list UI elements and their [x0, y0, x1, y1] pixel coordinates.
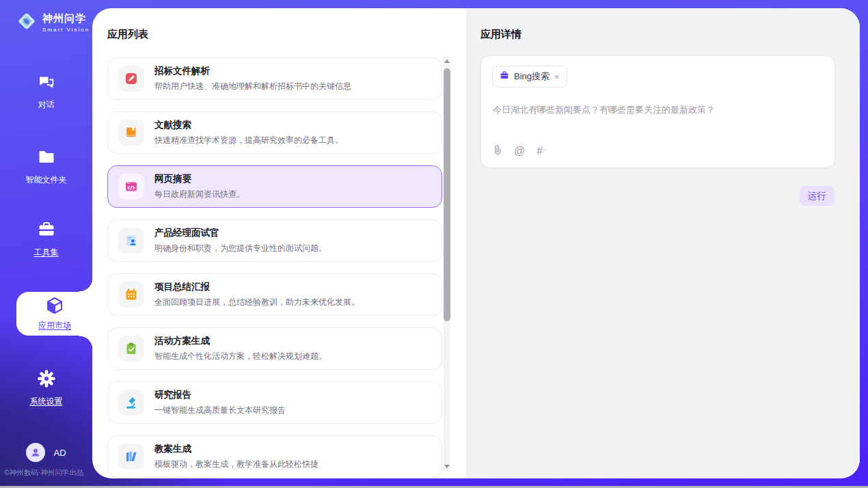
interviewer-icon — [118, 228, 144, 254]
tool-chip-bing-search[interactable]: Bing搜索 × — [492, 66, 567, 87]
cube-icon — [45, 306, 64, 317]
sidebar: 神州问学 Smart Vision 对话 智能文件夹 — [0, 0, 92, 488]
active-tab-fillet-top — [79, 278, 93, 292]
brand-tagline: Smart Vision — [42, 27, 90, 33]
app-card-lesson-plan[interactable]: 教案生成 模板驱动，教案生成，教学准备从此轻松快捷 — [107, 435, 442, 478]
books-icon — [118, 444, 144, 470]
app-name: 教案生成 — [154, 443, 318, 455]
app-description: 帮助用户快速、准确地理解和解析招标书中的关键信息 — [154, 81, 351, 92]
run-button[interactable]: 运行 — [800, 186, 835, 206]
sidebar-item-app-market[interactable]: 应用市场 — [16, 292, 93, 336]
folder-icon — [37, 157, 56, 169]
book-icon — [118, 120, 144, 146]
gear-icon — [37, 379, 56, 390]
copyright-footer: ©神州数码·神州问学出品 — [4, 468, 92, 478]
app-card-pm-interviewer[interactable]: 产品经理面试官 明确身份和职责，为您提供专业性的面试问题。 — [107, 219, 442, 262]
sidebar-item-toolset[interactable]: 工具集 — [0, 220, 92, 258]
sidebar-item-label: 系统设置 — [0, 396, 92, 407]
chat-icon — [37, 82, 56, 94]
app-detail-title: 应用详情 — [480, 28, 521, 41]
app-card-event-plan[interactable]: 活动方案生成 智能生成个性化活动方案，轻松解决规划难题。 — [107, 327, 442, 370]
briefcase-icon — [500, 70, 509, 83]
app-description: 模板驱动，教案生成，教学准备从此轻松快捷 — [154, 459, 318, 470]
app-card-research-report[interactable]: 研究报告 一键智能生成高质量长文本研究报告 — [107, 381, 442, 424]
app-name: 产品经理面试官 — [154, 227, 327, 239]
diamond-logo-icon — [16, 11, 37, 34]
sidebar-item-label: 工具集 — [0, 247, 92, 258]
sidebar-item-chat[interactable]: 对话 — [0, 72, 92, 111]
user-account[interactable]: AD — [0, 443, 92, 462]
prompt-text[interactable]: 今日湖北有哪些新闻要点？有哪些需要关注的最新政策？ — [493, 104, 821, 116]
sidebar-item-label: 对话 — [0, 99, 92, 111]
app-description: 一键智能生成高质量长文本研究报告 — [154, 405, 286, 416]
app-description: 全面回顾项目进展，总结经验教训，助力未来优化发展。 — [154, 297, 360, 308]
app-name: 文献搜索 — [154, 119, 343, 131]
calendar-icon — [118, 282, 144, 308]
paperclip-icon[interactable] — [493, 144, 502, 158]
scroll-down-icon[interactable] — [444, 465, 450, 468]
scrollbar-thumb[interactable] — [444, 68, 450, 321]
toolbox-icon — [37, 230, 56, 241]
sidebar-item-smart-folder[interactable]: 智能文件夹 — [0, 148, 92, 186]
app-description: 每日政府新闻资讯快查。 — [154, 189, 245, 200]
scroll-up-icon[interactable] — [444, 59, 450, 63]
main-content: 应用列表 招标文件解析 帮助用户快速、准确地理解和解析招标书中的关键信息 — [92, 8, 860, 478]
app-card-web-summary[interactable]: 网页摘要 每日政府新闻资讯快查。 — [107, 165, 442, 208]
app-name: 网页摘要 — [154, 173, 245, 185]
prompt-input-card[interactable]: Bing搜索 × 今日湖北有哪些新闻要点？有哪些需要关注的最新政策？ @ # — [480, 55, 835, 168]
app-description: 快速精准查找学术资源，提高研究效率的必备工具。 — [154, 135, 343, 146]
app-detail-panel: 应用详情 Bing搜索 × 今日湖北有哪些新闻要点？有哪些需要关注的最新政策？ — [466, 8, 860, 478]
brand-name: 神州问学 — [42, 12, 90, 25]
app-window: 神州问学 Smart Vision 对话 智能文件夹 — [0, 0, 868, 488]
app-list-title: 应用列表 — [107, 28, 148, 41]
app-card-list: 招标文件解析 帮助用户快速、准确地理解和解析招标书中的关键信息 文献搜索 — [107, 57, 444, 478]
tool-chip-label: Bing搜索 — [514, 70, 550, 83]
clipboard-check-icon — [118, 336, 144, 362]
app-name: 项目总结汇报 — [154, 281, 360, 293]
close-icon[interactable]: × — [554, 72, 560, 81]
app-description: 明确身份和职责，为您提供专业性的面试问题。 — [154, 243, 327, 254]
sidebar-item-settings[interactable]: 系统设置 — [0, 369, 92, 407]
brand-logo: 神州问学 Smart Vision — [16, 11, 90, 34]
active-tab-fillet-bottom — [79, 336, 93, 349]
at-mention-icon[interactable]: @ — [514, 146, 525, 157]
app-card-literature-search[interactable]: 文献搜索 快速精准查找学术资源，提高研究效率的必备工具。 — [107, 111, 442, 154]
composer-toolbar: @ # — [493, 144, 543, 158]
sidebar-item-label: 智能文件夹 — [0, 174, 92, 186]
app-name: 活动方案生成 — [154, 335, 327, 347]
app-description: 智能生成个性化活动方案，轻松解决规划难题。 — [154, 351, 327, 362]
app-name: 研究报告 — [154, 389, 286, 401]
hash-tag-icon[interactable]: # — [537, 146, 543, 157]
user-initials: AD — [53, 448, 66, 458]
sidebar-item-label: 应用市场 — [16, 320, 93, 331]
app-list-scrollbar[interactable] — [444, 56, 450, 472]
document-pen-icon — [118, 66, 144, 92]
avatar — [26, 443, 45, 462]
browser-code-icon — [118, 174, 144, 200]
app-name: 招标文件解析 — [154, 65, 351, 77]
app-card-project-summary[interactable]: 项目总结汇报 全面回顾项目进展，总结经验教训，助力未来优化发展。 — [107, 273, 442, 316]
microscope-icon — [118, 390, 144, 416]
app-card-bid-document-parse[interactable]: 招标文件解析 帮助用户快速、准确地理解和解析招标书中的关键信息 — [107, 57, 442, 100]
